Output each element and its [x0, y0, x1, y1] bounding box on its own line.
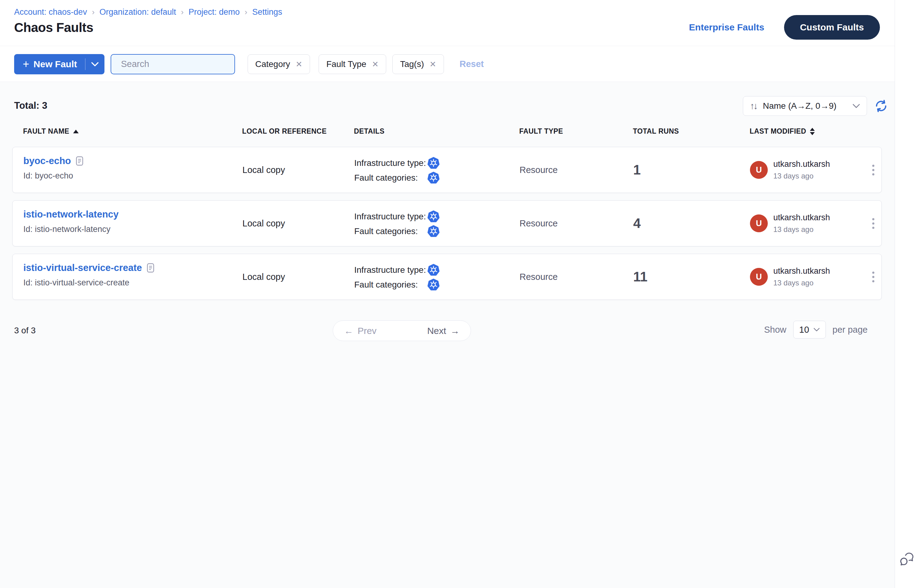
- fault-categories-label: Fault categories:: [354, 280, 427, 290]
- breadcrumb-account[interactable]: Account: chaos-dev: [14, 7, 87, 17]
- chevron-down-icon: [813, 328, 820, 331]
- filter-chip-tags[interactable]: Tag(s) ✕: [392, 54, 444, 74]
- kebab-menu-button[interactable]: [868, 161, 878, 179]
- close-icon[interactable]: ✕: [296, 60, 302, 68]
- enterprise-faults-link[interactable]: Enterprise Faults: [689, 22, 764, 32]
- modified-time: 13 days ago: [773, 279, 830, 287]
- right-rail: [895, 0, 918, 588]
- page-title: Chaos Faults: [14, 20, 94, 35]
- total-count: Total: 3: [14, 100, 47, 111]
- breadcrumb-separator-icon: ›: [244, 7, 247, 17]
- infrastructure-type-label: Infrastructure type:: [354, 212, 427, 221]
- fault-type-value: Resource: [519, 218, 558, 229]
- custom-faults-button[interactable]: Custom Faults: [784, 15, 880, 40]
- prev-page-button[interactable]: ← Prev: [333, 321, 388, 341]
- search-input[interactable]: [121, 59, 237, 69]
- toolbar: + New Fault Category ✕ Fault Type ✕: [0, 46, 895, 82]
- chevron-down-icon: [91, 62, 99, 67]
- infrastructure-type-label: Infrastructure type:: [354, 265, 427, 275]
- breadcrumb-organization[interactable]: Organization: default: [100, 7, 176, 17]
- modified-by-user: utkarsh.utkarsh: [773, 267, 830, 276]
- fault-type-value: Resource: [519, 272, 558, 282]
- kebab-menu-button[interactable]: [868, 215, 878, 233]
- sort-direction-icon: ↑↓: [750, 101, 757, 111]
- page-size-area: Show 10 per page: [764, 320, 868, 339]
- table-row: istio-network-latency Id: istio-network-…: [12, 200, 882, 246]
- chat-help-icon[interactable]: [899, 552, 915, 568]
- fault-rows: byoc-echo Id: byoc-echo Local copy Infra…: [12, 147, 882, 307]
- header-actions: Enterprise Faults Custom Faults: [689, 15, 880, 40]
- infrastructure-type-label: Infrastructure type:: [354, 158, 427, 168]
- modified-by-user: utkarsh.utkarsh: [773, 213, 830, 223]
- plus-icon: +: [23, 59, 29, 70]
- fault-id: Id: byoc-echo: [23, 171, 242, 181]
- current-page-button[interactable]: 1: [388, 321, 416, 341]
- kubernetes-icon: [427, 210, 440, 223]
- new-fault-button[interactable]: + New Fault: [14, 54, 105, 74]
- breadcrumb-project[interactable]: Project: demo: [189, 7, 240, 17]
- fault-categories-label: Fault categories:: [354, 173, 427, 183]
- filter-chip-category[interactable]: Category ✕: [247, 54, 310, 74]
- close-icon[interactable]: ✕: [430, 60, 436, 68]
- col-details: DETAILS: [354, 127, 384, 136]
- refresh-button[interactable]: [874, 99, 888, 113]
- col-total-runs: TOTAL RUNS: [633, 127, 679, 136]
- fault-type-value: Resource: [519, 165, 558, 175]
- breadcrumb-settings[interactable]: Settings: [252, 7, 282, 17]
- page-range-label: 3 of 3: [14, 326, 36, 336]
- filter-chip-label: Fault Type: [326, 59, 366, 69]
- pagination: ← Prev 1 Next →: [333, 320, 471, 341]
- kebab-menu-button[interactable]: [868, 268, 878, 286]
- fault-name-link[interactable]: byoc-echo: [23, 155, 71, 166]
- modified-time: 13 days ago: [773, 172, 830, 180]
- table-row: istio-virtual-service-create Id: istio-v…: [12, 254, 882, 300]
- page-size-select[interactable]: 10: [793, 321, 826, 339]
- local-or-reference-value: Local copy: [242, 165, 285, 175]
- fault-categories-label: Fault categories:: [354, 226, 427, 236]
- page-header: Account: chaos-dev › Organization: defau…: [0, 0, 895, 46]
- breadcrumb-separator-icon: ›: [92, 7, 95, 17]
- sort-asc-icon: [73, 130, 79, 133]
- chaos-faults-page: Account: chaos-dev › Organization: defau…: [0, 0, 918, 588]
- page-size-value: 10: [799, 325, 809, 335]
- new-fault-dropdown-button[interactable]: [86, 54, 105, 74]
- col-fault-name[interactable]: FAULT NAME: [23, 127, 69, 136]
- modified-by-user: utkarsh.utkarsh: [773, 160, 830, 169]
- next-page-button[interactable]: Next →: [416, 321, 471, 341]
- kubernetes-icon: [427, 225, 440, 237]
- document-icon[interactable]: [147, 263, 154, 273]
- new-fault-label: New Fault: [34, 59, 77, 69]
- kubernetes-icon: [427, 279, 440, 291]
- refresh-icon: [875, 100, 887, 112]
- fault-name-link[interactable]: istio-network-latency: [23, 209, 119, 220]
- modified-time: 13 days ago: [773, 225, 830, 234]
- sort-selected-value: Name (A→Z, 0→9): [763, 101, 847, 111]
- sort-area: ↑↓ Name (A→Z, 0→9): [743, 96, 888, 116]
- kubernetes-icon: [427, 264, 440, 276]
- sort-both-icon: [810, 128, 815, 135]
- arrow-left-icon: ←: [344, 326, 353, 336]
- filter-chip-label: Category: [255, 59, 290, 69]
- search-box[interactable]: [111, 54, 235, 74]
- avatar: U: [750, 215, 768, 232]
- filter-chip-fault-type[interactable]: Fault Type ✕: [318, 54, 386, 74]
- fault-list-area: Total: 3 ↑↓ Name (A→Z, 0→9) FAULT NAME: [0, 82, 895, 588]
- reset-filters-link[interactable]: Reset: [460, 59, 484, 69]
- arrow-right-icon: →: [450, 326, 460, 336]
- document-icon[interactable]: [76, 156, 83, 166]
- total-runs-value: 1: [633, 162, 640, 178]
- total-runs-value: 4: [633, 216, 640, 231]
- main-area: Account: chaos-dev › Organization: defau…: [0, 0, 895, 588]
- col-last-modified[interactable]: LAST MODIFIED: [750, 127, 806, 136]
- local-or-reference-value: Local copy: [242, 272, 285, 282]
- show-label: Show: [764, 325, 787, 335]
- kubernetes-icon: [427, 157, 440, 169]
- close-icon[interactable]: ✕: [372, 60, 378, 68]
- breadcrumb-separator-icon: ›: [181, 7, 184, 17]
- avatar: U: [750, 268, 768, 286]
- col-local-or-reference: LOCAL OR REFERENCE: [242, 127, 326, 136]
- fault-name-link[interactable]: istio-virtual-service-create: [23, 262, 142, 273]
- sort-dropdown[interactable]: ↑↓ Name (A→Z, 0→9): [743, 96, 867, 116]
- filter-chip-label: Tag(s): [400, 59, 424, 69]
- per-page-label: per page: [832, 325, 868, 335]
